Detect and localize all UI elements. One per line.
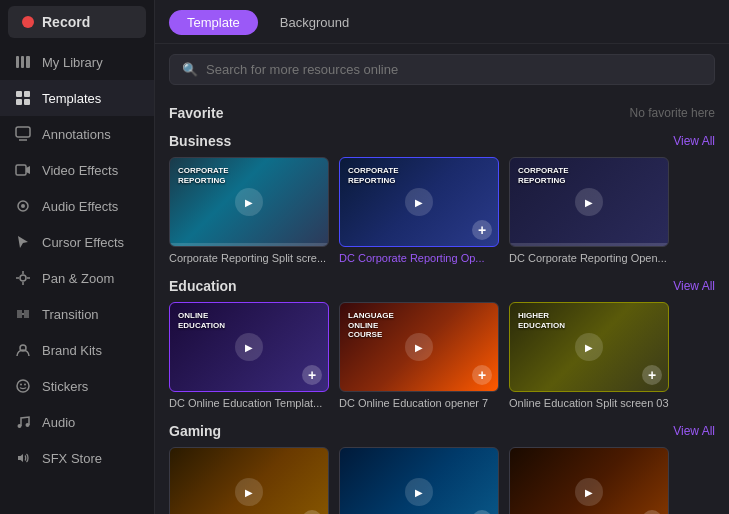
play-icon: ▶ [405, 188, 433, 216]
template-thumbnail: ▶ + [339, 447, 499, 514]
template-thumbnail: ▶ + [509, 447, 669, 514]
template-label: DC Online Education Templat... [169, 397, 329, 409]
tab-background[interactable]: Background [262, 10, 367, 35]
svg-rect-7 [16, 127, 30, 137]
cursor-icon [14, 233, 32, 251]
record-dot-icon [22, 16, 34, 28]
svg-point-21 [24, 384, 26, 386]
play-icon: ▶ [405, 478, 433, 506]
template-thumbnail: LanguageOnlineCourse ▶ + [339, 302, 499, 392]
video-icon [14, 161, 32, 179]
main-content: Template Background 🔍 Favorite No favori… [155, 0, 729, 514]
play-icon: ▶ [575, 333, 603, 361]
template-thumbnail: OnlineEducation ▶ + [169, 302, 329, 392]
svg-point-23 [26, 423, 30, 427]
sidebar-item-templates[interactable]: Templates [0, 80, 154, 116]
template-card[interactable]: HigherEducation ▶ + Online Education Spl… [509, 302, 669, 409]
template-card[interactable]: ▶ + [339, 447, 499, 514]
svg-rect-2 [26, 56, 30, 68]
add-icon: + [472, 220, 492, 240]
svg-point-22 [18, 424, 22, 428]
template-thumbnail: CorporateReporting ▶ [169, 157, 329, 247]
sfx-icon [14, 449, 32, 467]
svg-rect-0 [16, 56, 19, 68]
education-grid: OnlineEducation ▶ + DC Online Education … [169, 302, 715, 409]
gaming-title: Gaming [169, 423, 221, 439]
gaming-section-header: Gaming View All [169, 423, 715, 439]
transition-icon [14, 305, 32, 323]
tab-bar: Template Background [155, 0, 729, 44]
play-icon: ▶ [405, 333, 433, 361]
sidebar-item-annotations[interactable]: Annotations [0, 116, 154, 152]
sidebar-item-brand-kits[interactable]: Brand Kits [0, 332, 154, 368]
sidebar-item-audio-effects[interactable]: Audio Effects [0, 188, 154, 224]
template-thumbnail: CorporateReporting ▶ + [339, 157, 499, 247]
play-icon: ▶ [235, 333, 263, 361]
search-icon: 🔍 [182, 62, 198, 77]
svg-rect-4 [24, 91, 30, 97]
play-icon: ▶ [235, 188, 263, 216]
templates-icon [14, 89, 32, 107]
template-card[interactable]: ▶ + [509, 447, 669, 514]
svg-point-19 [17, 380, 29, 392]
stickers-icon [14, 377, 32, 395]
template-card[interactable]: LanguageOnlineCourse ▶ + DC Online Educa… [339, 302, 499, 409]
search-bar: 🔍 [169, 54, 715, 85]
template-label: Corporate Reporting Split scre... [169, 252, 329, 264]
audio-effects-icon [14, 197, 32, 215]
play-icon: ▶ [575, 478, 603, 506]
template-card[interactable]: ▶ + [169, 447, 329, 514]
svg-rect-1 [21, 56, 24, 68]
add-icon: + [302, 510, 322, 514]
search-input[interactable] [206, 62, 702, 77]
add-icon: + [642, 365, 662, 385]
template-thumbnail: CorporateReporting ▶ [509, 157, 669, 247]
business-grid: CorporateReporting ▶ Corporate Reporting… [169, 157, 715, 264]
library-icon [14, 53, 32, 71]
svg-rect-3 [16, 91, 22, 97]
add-icon: + [642, 510, 662, 514]
business-title: Business [169, 133, 231, 149]
add-icon: + [472, 510, 492, 514]
sidebar: Record My Library Templates Annotations … [0, 0, 155, 514]
template-card[interactable]: CorporateReporting ▶ DC Corporate Report… [509, 157, 669, 264]
favorite-empty-text: No favorite here [630, 106, 715, 120]
tab-template[interactable]: Template [169, 10, 258, 35]
template-card[interactable]: CorporateReporting ▶ Corporate Reporting… [169, 157, 329, 264]
sidebar-item-cursor-effects[interactable]: Cursor Effects [0, 224, 154, 260]
favorite-title: Favorite [169, 105, 223, 121]
svg-point-11 [21, 204, 25, 208]
svg-point-12 [20, 275, 26, 281]
education-title: Education [169, 278, 237, 294]
content-area: Favorite No favorite here Business View … [155, 93, 729, 514]
sidebar-item-stickers[interactable]: Stickers [0, 368, 154, 404]
sidebar-item-video-effects[interactable]: Video Effects [0, 152, 154, 188]
template-label: DC Corporate Reporting Open... [509, 252, 669, 264]
svg-point-20 [20, 384, 22, 386]
sidebar-item-pan-zoom[interactable]: Pan & Zoom [0, 260, 154, 296]
template-label: DC Corporate Reporting Op... [339, 252, 499, 264]
svg-rect-9 [16, 165, 26, 175]
sidebar-item-audio[interactable]: Audio [0, 404, 154, 440]
business-view-all[interactable]: View All [673, 134, 715, 148]
template-label: DC Online Education opener 7 [339, 397, 499, 409]
music-icon [14, 413, 32, 431]
brand-icon [14, 341, 32, 359]
svg-rect-5 [16, 99, 22, 105]
education-view-all[interactable]: View All [673, 279, 715, 293]
annotations-icon [14, 125, 32, 143]
gaming-grid: ▶ + ▶ + ▶ + [169, 447, 715, 514]
gaming-view-all[interactable]: View All [673, 424, 715, 438]
sidebar-item-sfx-store[interactable]: SFX Store [0, 440, 154, 476]
template-card[interactable]: OnlineEducation ▶ + DC Online Education … [169, 302, 329, 409]
template-thumbnail: ▶ + [169, 447, 329, 514]
add-icon: + [302, 365, 322, 385]
template-card[interactable]: CorporateReporting ▶ + DC Corporate Repo… [339, 157, 499, 264]
record-button[interactable]: Record [8, 6, 146, 38]
add-icon: + [472, 365, 492, 385]
template-label: Online Education Split screen 03 [509, 397, 669, 409]
business-section-header: Business View All [169, 133, 715, 149]
sidebar-item-my-library[interactable]: My Library [0, 44, 154, 80]
play-icon: ▶ [575, 188, 603, 216]
sidebar-item-transition[interactable]: Transition [0, 296, 154, 332]
